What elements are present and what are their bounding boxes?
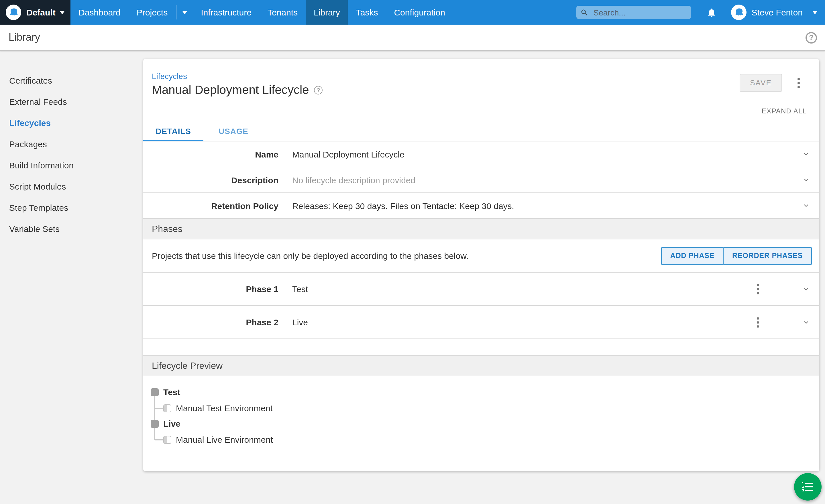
- phases-section-header: Phases: [143, 219, 819, 239]
- nav-item-library[interactable]: Library: [306, 0, 348, 25]
- phase-label: Phase 1: [143, 284, 279, 294]
- field-value: Releases: Keep 30 days. Files on Tentacl…: [292, 201, 514, 211]
- help-icon: ?: [314, 86, 323, 94]
- sidebar-item-packages[interactable]: Packages: [0, 134, 143, 155]
- chevron-down-icon[interactable]: [802, 285, 810, 293]
- sidebar-item-external-feeds[interactable]: External Feeds: [0, 91, 143, 112]
- chevron-down-icon[interactable]: [802, 201, 810, 209]
- nav-item-infrastructure[interactable]: Infrastructure: [193, 0, 259, 25]
- phase-row-2[interactable]: Phase 2 Live: [143, 306, 819, 339]
- user-avatar-icon: [731, 5, 747, 20]
- tab-bar: DETAILS USAGE: [143, 121, 819, 142]
- preview-environment-label: Manual Live Environment: [176, 435, 273, 445]
- topbar-right: Steve Fenton: [576, 0, 825, 25]
- top-navigation-bar: Default Dashboard Projects Infrastructur…: [0, 0, 825, 25]
- field-label: Name: [143, 149, 279, 159]
- page-help-button[interactable]: ?: [806, 32, 817, 43]
- library-sidebar: Certificates External Feeds Lifecycles P…: [0, 51, 143, 239]
- phase-node-icon: [151, 388, 159, 396]
- user-name: Steve Fenton: [752, 7, 803, 17]
- lifecycle-detail-card: Lifecycles Manual Deployment Lifecycle ?…: [143, 59, 819, 471]
- nav-item-configuration[interactable]: Configuration: [386, 0, 453, 25]
- phase-value: Live: [292, 317, 308, 327]
- reorder-phases-button[interactable]: REORDER PHASES: [723, 247, 812, 265]
- chevron-down-icon[interactable]: [802, 150, 810, 158]
- search-box[interactable]: [576, 6, 691, 19]
- projects-dropdown-button[interactable]: [176, 0, 193, 25]
- tree-branch-line: [155, 408, 163, 409]
- environment-node-icon: [163, 436, 171, 444]
- tree-connector-line: [154, 396, 155, 440]
- preview-phase-label: Test: [163, 387, 180, 398]
- user-menu-caret-down-icon: [812, 11, 818, 14]
- phases-intro-row: Projects that use this lifecycle can onl…: [143, 239, 819, 273]
- user-menu[interactable]: Steve Fenton: [731, 5, 818, 20]
- field-row-name[interactable]: Name Manual Deployment Lifecycle: [143, 142, 819, 167]
- phases-description: Projects that use this lifecycle can onl…: [152, 251, 469, 261]
- preview-section-title: Lifecycle Preview: [152, 360, 223, 371]
- tab-usage[interactable]: USAGE: [203, 121, 264, 141]
- field-value: Manual Deployment Lifecycle: [292, 149, 404, 159]
- nav-item-dashboard[interactable]: Dashboard: [70, 0, 129, 25]
- save-button[interactable]: SAVE: [740, 74, 782, 92]
- help-icon: ?: [806, 32, 817, 43]
- search-input[interactable]: [592, 7, 684, 17]
- phase-label: Phase 2: [143, 317, 279, 327]
- app-root: Default Dashboard Projects Infrastructur…: [0, 0, 825, 504]
- breadcrumb-lifecycles[interactable]: Lifecycles: [152, 72, 187, 81]
- phases-section-title: Phases: [152, 224, 182, 234]
- sidebar-item-script-modules[interactable]: Script Modules: [0, 176, 143, 197]
- lifecycle-title: Manual Deployment Lifecycle: [152, 83, 309, 97]
- environment-node-icon: [163, 404, 171, 412]
- sidebar-item-step-templates[interactable]: Step Templates: [0, 197, 143, 218]
- sidebar-item-lifecycles[interactable]: Lifecycles: [0, 112, 143, 134]
- phase-node-icon: [151, 420, 159, 428]
- nav-items: Dashboard Projects Infrastructure Tenant…: [70, 0, 453, 25]
- task-queue-fab-button[interactable]: [794, 473, 822, 501]
- overflow-menu-icon[interactable]: [752, 315, 764, 330]
- expand-all-button[interactable]: EXPAND ALL: [762, 107, 807, 115]
- field-label: Retention Policy: [143, 201, 279, 211]
- title-row: Manual Deployment Lifecycle ?: [152, 83, 323, 97]
- overflow-menu-icon[interactable]: [792, 76, 805, 90]
- octopus-logo-icon: [6, 5, 21, 20]
- preview-phase-label: Live: [163, 419, 180, 429]
- bell-icon: [706, 7, 717, 17]
- preview-section-header: Lifecycle Preview: [143, 356, 819, 376]
- empty-row: [143, 339, 819, 356]
- title-help-button[interactable]: ?: [314, 86, 323, 94]
- chevron-down-icon[interactable]: [802, 176, 810, 184]
- sidebar-item-certificates[interactable]: Certificates: [0, 70, 143, 91]
- tree-branch-line: [155, 439, 163, 440]
- numbered-list-icon: [801, 480, 815, 494]
- sidebar-item-build-information[interactable]: Build Information: [0, 155, 143, 176]
- preview-environment-label: Manual Test Environment: [176, 403, 273, 414]
- phase-row-1[interactable]: Phase 1 Test: [143, 273, 819, 306]
- space-switcher[interactable]: Default: [0, 0, 70, 25]
- phase-value: Test: [292, 284, 308, 294]
- nav-item-tenants[interactable]: Tenants: [259, 0, 306, 25]
- nav-item-tasks[interactable]: Tasks: [348, 0, 386, 25]
- field-value: No lifecycle description provided: [292, 175, 416, 185]
- notifications-button[interactable]: [706, 7, 717, 17]
- space-switcher-label: Default: [26, 7, 56, 17]
- projects-caret-down-icon: [182, 11, 187, 14]
- lifecycle-preview-tree: Test Manual Test Environment Live Manual…: [143, 376, 819, 471]
- chevron-down-icon[interactable]: [802, 318, 810, 326]
- page-title-bar: Library ?: [0, 25, 825, 51]
- field-row-retention-policy[interactable]: Retention Policy Releases: Keep 30 days.…: [143, 193, 819, 219]
- page-title: Library: [0, 31, 40, 44]
- search-icon: [580, 8, 588, 16]
- field-row-description[interactable]: Description No lifecycle description pro…: [143, 167, 819, 193]
- space-switcher-caret-down-icon: [60, 11, 65, 14]
- tab-details[interactable]: DETAILS: [143, 121, 203, 141]
- field-label: Description: [143, 175, 279, 185]
- phase-buttons: ADD PHASE REORDER PHASES: [661, 247, 812, 265]
- sidebar-item-variable-sets[interactable]: Variable Sets: [0, 218, 143, 239]
- overflow-menu-icon[interactable]: [752, 281, 764, 297]
- card-header: Lifecycles Manual Deployment Lifecycle ?…: [143, 59, 819, 121]
- add-phase-button[interactable]: ADD PHASE: [661, 247, 724, 265]
- nav-item-projects[interactable]: Projects: [129, 0, 175, 25]
